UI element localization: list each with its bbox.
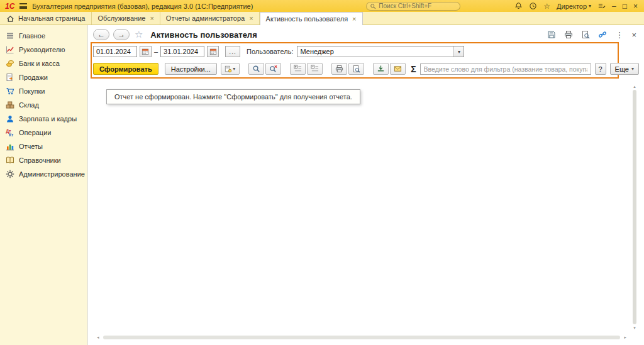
close-window-button[interactable]: × [633,3,638,10]
tab-maintenance[interactable]: Обслуживание × [92,12,160,25]
favorite-star-icon[interactable]: ☆ [135,29,143,40]
sidebar-item-label: Операции [19,129,51,136]
tab-admin-reports[interactable]: Отчеты администратора × [160,12,260,25]
service-settings-icon[interactable] [597,2,606,10]
sidebar-item-main[interactable]: Главное [0,29,87,43]
settings-button[interactable]: Настройки... [165,63,217,75]
search-icon [252,65,260,73]
window-title: Бухгалтерия предприятия (базовая), редак… [32,3,253,10]
more-actions-label: Еще [615,65,629,73]
notifications-bell-icon[interactable] [514,2,523,10]
sidebar-item-label: Справочники [19,156,61,164]
tab-home[interactable]: Начальная страница [0,12,92,25]
menu-lines-icon [6,31,14,40]
cart-icon [6,87,14,96]
period-to-calendar-button[interactable] [207,46,219,57]
more-actions-button[interactable]: Еще ▾ [610,63,639,75]
send-email-button[interactable] [390,63,406,75]
tab-user-activity[interactable]: Активность пользователя × [260,12,363,25]
sidebar-item-directories[interactable]: Справочники [0,153,87,167]
save-report-button[interactable] [373,63,389,75]
get-link-icon[interactable] [598,30,607,39]
chevron-down-icon: ▾ [589,3,591,9]
print-icon[interactable] [564,30,573,39]
sidebar-item-label: Банк и касса [19,60,60,67]
window-titlebar: 1С Бухгалтерия предприятия (базовая), ре… [0,0,644,12]
global-search-placeholder: Поиск Ctrl+Shift+F [379,3,431,9]
collapse-groups-button[interactable] [307,63,323,75]
tab-label: Отчеты администратора [166,14,245,22]
sidebar-item-bank-cash[interactable]: Банк и касса [0,57,87,70]
expand-groups-button[interactable] [290,63,306,75]
print-button-group [331,63,364,75]
report-variant-button[interactable]: ▾ [221,63,240,75]
user-combobox: ▾ [297,46,464,57]
save-icon[interactable] [547,30,556,39]
current-user-menu[interactable]: Директор ▾ [557,3,591,10]
horizontal-scrollbar-thumb[interactable] [103,336,620,339]
sidebar-item-administration[interactable]: Администрирование [0,167,87,181]
more-menu-icon[interactable]: ⋮ [615,31,623,39]
export-button-group [373,63,406,75]
preview-icon [352,65,360,73]
user-combobox-dropdown-button[interactable]: ▾ [453,47,464,57]
global-search[interactable]: Поиск Ctrl+Shift+F [366,2,460,11]
history-clock-icon[interactable] [529,2,537,10]
cancel-search-button[interactable] [265,63,281,75]
home-icon [6,14,14,23]
main-menu-icon[interactable] [19,3,27,9]
debit-credit-icon: ДтКт [6,128,14,137]
minimize-button[interactable]: – [612,3,616,10]
envelope-icon [394,65,402,73]
search-clear-icon [269,65,277,73]
sidebar-item-reports[interactable]: Отчеты [0,140,87,153]
sidebar-item-sales[interactable]: Продажи [0,70,87,84]
scroll-left-icon[interactable]: ◂ [97,335,99,340]
sidebar-item-operations[interactable]: ДтКт Операции [0,126,87,140]
close-tab-icon[interactable]: × [352,16,356,23]
grouping-button-group [290,63,323,75]
period-to-input[interactable] [160,46,204,57]
maximize-button[interactable]: □ [623,3,627,10]
generate-report-button[interactable]: Сформировать [93,63,158,75]
report-header-actions: ⋮ × [547,30,636,39]
calendar-icon [209,48,217,55]
sidebar-item-warehouse[interactable]: Склад [0,98,87,112]
back-button[interactable]: ← [93,29,109,40]
1c-logo: 1С [5,2,14,11]
vertical-scrollbar[interactable]: ▴ ▾ [632,84,637,330]
help-button[interactable]: ? [595,63,606,75]
quick-filter-input[interactable] [420,63,591,75]
page-title: Активность пользователя [150,30,257,40]
print-report-button[interactable] [331,63,347,75]
search-icon [370,3,376,9]
sidebar-item-salary-hr[interactable]: Зарплата и кадры [0,112,87,126]
calendar-icon [142,48,149,55]
find-button[interactable] [248,63,264,75]
scroll-up-icon[interactable]: ▴ [632,84,637,89]
gear-icon [6,170,14,178]
close-tab-icon[interactable]: × [249,15,253,22]
print-preview-button[interactable] [348,63,364,75]
period-from-input[interactable] [93,46,137,57]
period-picker-button[interactable]: ... [225,46,240,57]
scroll-right-icon[interactable]: ▸ [624,335,626,340]
period-from-calendar-button[interactable] [140,46,152,57]
horizontal-scrollbar[interactable]: ◂ ▸ [97,335,626,340]
forward-button[interactable]: → [113,29,130,40]
close-report-button[interactable]: × [631,31,636,39]
bar-chart-icon [6,142,14,151]
preview-icon[interactable] [581,30,590,39]
user-combobox-input[interactable] [297,47,453,57]
sidebar-item-label: Отчеты [19,143,43,150]
close-tab-icon[interactable]: × [150,15,153,22]
sidebar-item-purchases[interactable]: Покупки [0,84,87,98]
tab-label: Обслуживание [97,14,145,22]
sigma-totals-icon: Σ [411,64,416,74]
app-body: Главное Руководителю Банк и касса Продаж… [0,25,644,345]
sidebar-item-manager[interactable]: Руководителю [0,43,87,57]
vertical-scrollbar-thumb[interactable] [633,90,636,324]
favorites-star-icon[interactable]: ☆ [543,3,550,10]
scroll-down-icon[interactable]: ▾ [632,326,637,330]
sidebar-item-label: Покупки [19,87,45,95]
